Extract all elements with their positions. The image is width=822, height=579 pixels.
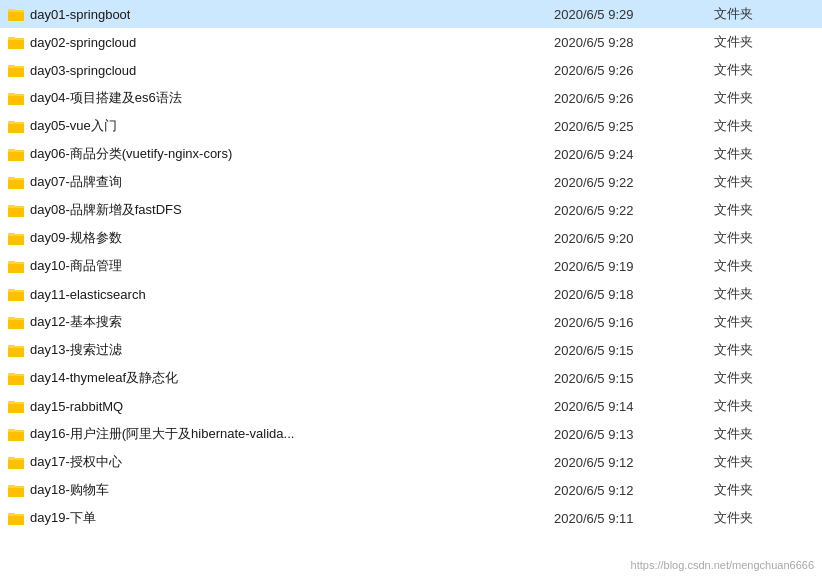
file-name-col: day09-规格参数 xyxy=(8,229,554,247)
file-name-col: day19-下单 xyxy=(8,509,554,527)
file-name-text: day10-商品管理 xyxy=(30,257,122,275)
file-date: 2020/6/5 9:11 xyxy=(554,511,714,526)
file-name-text: day19-下单 xyxy=(30,509,96,527)
table-row[interactable]: day07-品牌查询 2020/6/5 9:22 文件夹 xyxy=(0,168,822,196)
file-name-col: day08-品牌新增及fastDFS xyxy=(8,201,554,219)
file-name-text: day14-thymeleaf及静态化 xyxy=(30,369,178,387)
file-type: 文件夹 xyxy=(714,229,814,247)
file-date: 2020/6/5 9:22 xyxy=(554,175,714,190)
file-name-text: day18-购物车 xyxy=(30,481,109,499)
file-name-text: day07-品牌查询 xyxy=(30,173,122,191)
folder-icon xyxy=(8,511,24,525)
file-type: 文件夹 xyxy=(714,453,814,471)
file-date: 2020/6/5 9:20 xyxy=(554,231,714,246)
file-name-text: day04-项目搭建及es6语法 xyxy=(30,89,182,107)
folder-icon xyxy=(8,7,24,21)
table-row[interactable]: day14-thymeleaf及静态化 2020/6/5 9:15 文件夹 xyxy=(0,364,822,392)
file-type: 文件夹 xyxy=(714,89,814,107)
file-name-col: day16-用户注册(阿里大于及hibernate-valida... xyxy=(8,425,554,443)
file-type: 文件夹 xyxy=(714,341,814,359)
folder-icon xyxy=(8,399,24,413)
folder-icon xyxy=(8,119,24,133)
file-date: 2020/6/5 9:16 xyxy=(554,315,714,330)
file-name-text: day05-vue入门 xyxy=(30,117,117,135)
file-date: 2020/6/5 9:15 xyxy=(554,343,714,358)
table-row[interactable]: day19-下单 2020/6/5 9:11 文件夹 xyxy=(0,504,822,532)
folder-icon xyxy=(8,315,24,329)
table-row[interactable]: day03-springcloud 2020/6/5 9:26 文件夹 xyxy=(0,56,822,84)
file-type: 文件夹 xyxy=(714,313,814,331)
file-name-col: day13-搜索过滤 xyxy=(8,341,554,359)
file-name-col: day07-品牌查询 xyxy=(8,173,554,191)
file-name-text: day01-springboot xyxy=(30,7,130,22)
file-name-text: day17-授权中心 xyxy=(30,453,122,471)
folder-icon xyxy=(8,343,24,357)
file-type: 文件夹 xyxy=(714,369,814,387)
table-row[interactable]: day08-品牌新增及fastDFS 2020/6/5 9:22 文件夹 xyxy=(0,196,822,224)
folder-icon xyxy=(8,371,24,385)
table-row[interactable]: day04-项目搭建及es6语法 2020/6/5 9:26 文件夹 xyxy=(0,84,822,112)
file-type: 文件夹 xyxy=(714,117,814,135)
file-name-col: day06-商品分类(vuetify-nginx-cors) xyxy=(8,145,554,163)
folder-icon xyxy=(8,147,24,161)
file-date: 2020/6/5 9:19 xyxy=(554,259,714,274)
file-name-text: day02-springcloud xyxy=(30,35,136,50)
folder-icon xyxy=(8,231,24,245)
file-type: 文件夹 xyxy=(714,397,814,415)
folder-icon xyxy=(8,91,24,105)
file-date: 2020/6/5 9:12 xyxy=(554,455,714,470)
folder-icon xyxy=(8,455,24,469)
file-name-text: day15-rabbitMQ xyxy=(30,399,123,414)
file-date: 2020/6/5 9:14 xyxy=(554,399,714,414)
file-name-col: day11-elasticsearch xyxy=(8,287,554,302)
file-type: 文件夹 xyxy=(714,481,814,499)
file-name-text: day08-品牌新增及fastDFS xyxy=(30,201,182,219)
file-name-col: day10-商品管理 xyxy=(8,257,554,275)
file-name-text: day11-elasticsearch xyxy=(30,287,146,302)
table-row[interactable]: day11-elasticsearch 2020/6/5 9:18 文件夹 xyxy=(0,280,822,308)
table-row[interactable]: day01-springboot 2020/6/5 9:29 文件夹 xyxy=(0,0,822,28)
folder-icon xyxy=(8,63,24,77)
table-row[interactable]: day18-购物车 2020/6/5 9:12 文件夹 xyxy=(0,476,822,504)
file-date: 2020/6/5 9:26 xyxy=(554,91,714,106)
table-row[interactable]: day13-搜索过滤 2020/6/5 9:15 文件夹 xyxy=(0,336,822,364)
file-date: 2020/6/5 9:15 xyxy=(554,371,714,386)
table-row[interactable]: day10-商品管理 2020/6/5 9:19 文件夹 xyxy=(0,252,822,280)
file-date: 2020/6/5 9:22 xyxy=(554,203,714,218)
table-row[interactable]: day12-基本搜索 2020/6/5 9:16 文件夹 xyxy=(0,308,822,336)
file-date: 2020/6/5 9:28 xyxy=(554,35,714,50)
file-type: 文件夹 xyxy=(714,173,814,191)
file-name-col: day14-thymeleaf及静态化 xyxy=(8,369,554,387)
file-name-text: day06-商品分类(vuetify-nginx-cors) xyxy=(30,145,232,163)
file-list: day01-springboot 2020/6/5 9:29 文件夹 day02… xyxy=(0,0,822,532)
file-date: 2020/6/5 9:25 xyxy=(554,119,714,134)
folder-icon xyxy=(8,203,24,217)
table-row[interactable]: day16-用户注册(阿里大于及hibernate-valida... 2020… xyxy=(0,420,822,448)
table-row[interactable]: day17-授权中心 2020/6/5 9:12 文件夹 xyxy=(0,448,822,476)
file-name-col: day17-授权中心 xyxy=(8,453,554,471)
table-row[interactable]: day09-规格参数 2020/6/5 9:20 文件夹 xyxy=(0,224,822,252)
folder-icon xyxy=(8,483,24,497)
file-name-col: day03-springcloud xyxy=(8,63,554,78)
folder-icon xyxy=(8,35,24,49)
file-type: 文件夹 xyxy=(714,509,814,527)
table-row[interactable]: day02-springcloud 2020/6/5 9:28 文件夹 xyxy=(0,28,822,56)
file-name-col: day02-springcloud xyxy=(8,35,554,50)
file-name-text: day09-规格参数 xyxy=(30,229,122,247)
file-name-text: day13-搜索过滤 xyxy=(30,341,122,359)
file-name-text: day03-springcloud xyxy=(30,63,136,78)
table-row[interactable]: day15-rabbitMQ 2020/6/5 9:14 文件夹 xyxy=(0,392,822,420)
file-type: 文件夹 xyxy=(714,145,814,163)
file-date: 2020/6/5 9:24 xyxy=(554,147,714,162)
folder-icon xyxy=(8,175,24,189)
file-name-col: day01-springboot xyxy=(8,7,554,22)
file-name-col: day15-rabbitMQ xyxy=(8,399,554,414)
file-type: 文件夹 xyxy=(714,61,814,79)
file-name-text: day16-用户注册(阿里大于及hibernate-valida... xyxy=(30,425,294,443)
file-name-col: day12-基本搜索 xyxy=(8,313,554,331)
file-name-col: day05-vue入门 xyxy=(8,117,554,135)
file-name-col: day18-购物车 xyxy=(8,481,554,499)
table-row[interactable]: day05-vue入门 2020/6/5 9:25 文件夹 xyxy=(0,112,822,140)
file-name-text: day12-基本搜索 xyxy=(30,313,122,331)
table-row[interactable]: day06-商品分类(vuetify-nginx-cors) 2020/6/5 … xyxy=(0,140,822,168)
